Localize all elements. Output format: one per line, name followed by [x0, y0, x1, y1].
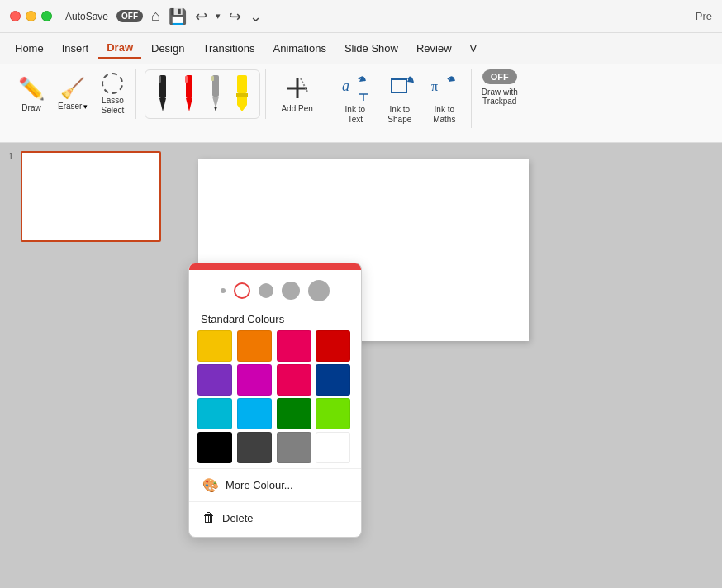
more-colour-label: More Colour...	[226, 479, 293, 491]
draw-button[interactable]: ✏️ Draw	[13, 73, 50, 116]
swatch-hotpink[interactable]	[277, 364, 311, 396]
pen-black[interactable]	[152, 74, 173, 115]
swatch-purple[interactable]	[197, 364, 232, 396]
maximize-button[interactable]	[41, 11, 52, 21]
close-button[interactable]	[10, 11, 21, 21]
add-pen-button[interactable]: Add Pen	[274, 69, 319, 117]
size-dot-5[interactable]	[308, 280, 330, 301]
ink-to-maths-button[interactable]: π Ink toMaths	[425, 69, 464, 128]
add-pen-icon	[284, 75, 311, 102]
minimize-button[interactable]	[26, 11, 36, 21]
svg-rect-9	[211, 76, 214, 81]
size-selector	[189, 270, 361, 308]
svg-marker-4	[186, 98, 192, 111]
redo-icon[interactable]: ↪	[229, 7, 241, 26]
ink-to-shape-label: Ink toShape	[387, 105, 411, 125]
slide-number-1: 1	[8, 151, 13, 161]
swatch-darkgray[interactable]	[237, 432, 272, 463]
menu-insert[interactable]: Insert	[54, 39, 97, 58]
pen-dropdown: Standard Colours 🎨 More Colour...	[188, 263, 362, 538]
eraser-label: Eraser	[58, 102, 82, 111]
trackpad-label: Draw withTrackpad	[482, 88, 518, 106]
menu-transitions[interactable]: Transitions	[194, 39, 263, 58]
swatch-yellow[interactable]	[197, 330, 232, 362]
undo-dropdown-icon[interactable]: ▾	[216, 11, 221, 21]
tools-group-items: ✏️ Draw 🧹 Eraser ▾ Lasso Select	[13, 69, 129, 119]
ink-to-maths-icon: π	[430, 73, 459, 102]
ink-to-text-button[interactable]: a Ink toText	[335, 69, 375, 128]
title-bar-content: AutoSave OFF ⌂ 💾 ↩ ▾ ↪ ⌄	[65, 7, 689, 26]
undo-icon[interactable]: ↩	[195, 7, 207, 26]
swatch-orange[interactable]	[237, 330, 272, 362]
more-icon[interactable]: ⌄	[249, 7, 262, 26]
svg-rect-5	[185, 76, 188, 83]
traffic-lights	[10, 11, 52, 21]
menu-draw[interactable]: Draw	[98, 38, 141, 59]
swatch-pink[interactable]	[277, 330, 311, 362]
save-icon[interactable]: 💾	[169, 7, 187, 26]
eraser-button[interactable]: 🧹 Eraser ▾	[53, 74, 93, 115]
eraser-icon: 🧹	[60, 77, 85, 100]
pen-tools-container	[145, 69, 260, 119]
swatch-red[interactable]	[316, 330, 350, 362]
size-dot-3[interactable]	[259, 283, 273, 298]
ribbon-group-tools: ✏️ Draw 🧹 Eraser ▾ Lasso Select	[7, 69, 136, 119]
lasso-label: Lasso Select	[102, 96, 125, 116]
pen-color-strip	[189, 263, 361, 270]
lasso-select-button[interactable]: Lasso Select	[96, 69, 129, 119]
svg-text:a: a	[342, 78, 349, 94]
pen-red-icon	[180, 75, 198, 113]
svg-marker-1	[159, 98, 166, 111]
more-colour-button[interactable]: 🎨 More Colour...	[189, 468, 361, 501]
pen-tools-group	[140, 69, 266, 119]
swatch-lime[interactable]	[316, 398, 350, 429]
menu-review[interactable]: Review	[408, 39, 460, 58]
svg-marker-7	[212, 97, 219, 108]
swatch-gray[interactable]	[277, 432, 311, 463]
svg-rect-20	[392, 79, 406, 92]
menu-bar: Home Insert Draw Design Transitions Anim…	[0, 33, 722, 64]
slide-thumbnail-1[interactable]	[21, 151, 161, 242]
menu-slideshow[interactable]: Slide Show	[336, 39, 406, 58]
ink-to-maths-label: Ink toMaths	[433, 105, 455, 125]
pen-red[interactable]	[178, 74, 200, 115]
home-icon[interactable]: ⌂	[151, 7, 160, 25]
trackpad-group: OFF Draw withTrackpad	[475, 69, 525, 106]
menu-home[interactable]: Home	[7, 39, 52, 58]
size-dot-1[interactable]	[221, 288, 226, 293]
trackpad-toggle[interactable]: OFF	[482, 69, 517, 84]
menu-v[interactable]: V	[462, 39, 486, 58]
ink-to-text-label: Ink toText	[345, 105, 365, 125]
swatch-lightblue[interactable]	[237, 398, 272, 429]
autosave-label: AutoSave	[65, 11, 108, 22]
draw-label: Draw	[21, 103, 40, 113]
swatch-magenta[interactable]	[237, 364, 272, 396]
ink-to-shape-button[interactable]: Ink toShape	[380, 69, 420, 128]
pencil-icon	[207, 75, 225, 113]
pen-pencil[interactable]	[205, 74, 226, 115]
menu-animations[interactable]: Animations	[265, 39, 335, 58]
ink-to-group: a Ink toText Ink toShape π I	[329, 69, 472, 128]
size-dot-4[interactable]	[282, 282, 300, 300]
delete-button[interactable]: 🗑 Delete	[189, 501, 361, 533]
svg-rect-10	[237, 75, 247, 93]
eraser-dropdown-icon[interactable]: ▾	[83, 102, 88, 111]
svg-rect-13	[236, 93, 248, 97]
ink-to-shape-icon	[385, 73, 415, 102]
pen-highlighter[interactable]	[231, 74, 253, 115]
slide-panel: 1	[0, 143, 173, 588]
swatch-teal[interactable]	[197, 398, 232, 429]
svg-rect-2	[159, 76, 161, 83]
swatch-black[interactable]	[197, 432, 232, 463]
swatch-green[interactable]	[277, 398, 311, 429]
menu-design[interactable]: Design	[143, 39, 192, 58]
delete-icon: 🗑	[202, 510, 216, 525]
autosave-toggle[interactable]: OFF	[116, 10, 143, 22]
svg-marker-8	[214, 107, 217, 111]
swatch-navy[interactable]	[316, 364, 350, 396]
swatch-white[interactable]	[316, 432, 350, 463]
ribbon: ✏️ Draw 🧹 Eraser ▾ Lasso Select	[0, 64, 722, 143]
draw-icon: ✏️	[18, 76, 45, 102]
main-content: 1 Standard Colours	[0, 143, 722, 588]
size-dot-2[interactable]	[234, 282, 250, 299]
